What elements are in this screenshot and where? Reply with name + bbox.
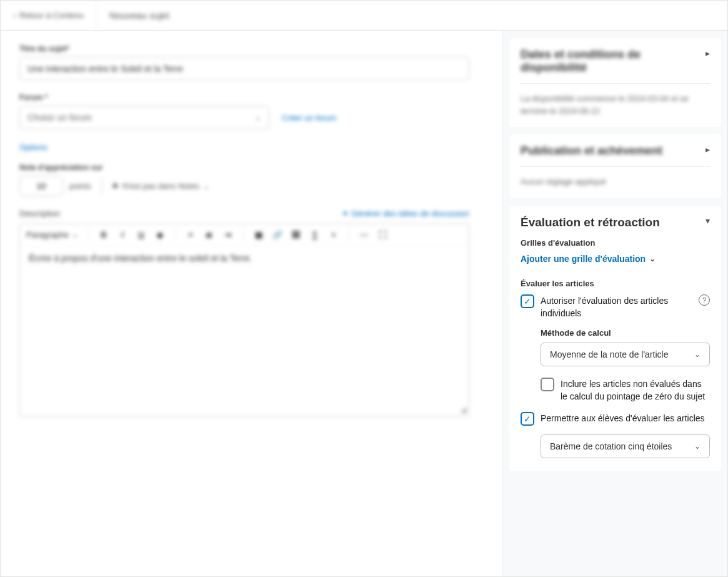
subject-title-input[interactable] [19, 57, 469, 81]
not-in-notes[interactable]: ✚ N'est pas dans Notes ⌄ [112, 181, 209, 191]
chevron-down-icon: ⌄ [694, 442, 701, 451]
divider [101, 178, 102, 195]
checkbox-include-unrated[interactable] [541, 378, 554, 391]
chevron-right-icon: ▸ [706, 48, 710, 58]
paragraph-select-label: Paragraphe [26, 230, 69, 239]
italic-icon[interactable]: I [117, 230, 127, 239]
chevron-left-icon: ‹ [13, 11, 16, 20]
calc-method-select[interactable]: Moyenne de la note de l'article ⌄ [541, 343, 710, 366]
panel-evaluation-title: Évaluation et rétroaction [521, 216, 660, 229]
editor-content[interactable]: Écrire à propos d'une interaction entre … [20, 246, 469, 416]
not-in-notes-label: N'est pas dans Notes [122, 181, 199, 191]
grade-label: Note d'appréciation sur [19, 163, 484, 172]
options-link[interactable]: Options [19, 143, 47, 152]
description-label: Description [19, 209, 60, 218]
resize-handle[interactable]: ◢ [461, 405, 466, 414]
separator [88, 229, 89, 240]
generate-ideas-link[interactable]: ✦ Générer des idées de discussion [342, 209, 469, 218]
color-icon[interactable]: ◆ [155, 230, 165, 239]
chevron-right-icon: ▸ [706, 144, 710, 154]
panel-evaluation: Évaluation et rétroaction ▾ Grilles d'év… [509, 206, 721, 471]
editor-toolbar: Paragraphe ⌄ B I U ◆ ≡ ≣ ⇥ ▦ 🔗 🖼 [20, 224, 469, 246]
include-unrated-label: Inclure les articles non évalués dans le… [561, 378, 710, 403]
description-editor: Paragraphe ⌄ B I U ◆ ≡ ≣ ⇥ ▦ 🔗 🖼 [19, 223, 469, 417]
list-icon[interactable]: ≣ [204, 230, 214, 239]
grids-label: Grilles d'évaluation [521, 238, 710, 248]
title-label: Titre du sujet* [19, 44, 484, 53]
paragraph-select[interactable]: Paragraphe ⌄ [26, 230, 78, 239]
chevron-down-icon[interactable]: ▾ [706, 216, 710, 226]
forum-label: Forum * [19, 93, 484, 102]
rating-scheme-select[interactable]: Barème de cotation cinq étoiles ⌄ [541, 434, 710, 458]
chevron-down-icon: ⌄ [72, 230, 78, 239]
create-forum-link[interactable]: Créer un forum [282, 113, 336, 123]
calc-method-label: Méthode de calcul [541, 328, 710, 338]
bold-icon[interactable]: B [99, 230, 109, 239]
separator [243, 229, 244, 240]
insert-icon[interactable]: ▦ [254, 230, 264, 239]
calc-method-value: Moyenne de la note de l'article [550, 349, 668, 359]
indent-icon[interactable]: ⇥ [223, 230, 233, 239]
chevron-down-icon: ⌄ [649, 254, 656, 263]
plus-icon: ✚ [112, 181, 119, 191]
underline-icon[interactable]: U [136, 230, 146, 239]
separator [349, 229, 349, 240]
image-icon[interactable]: 🖼 [291, 230, 301, 239]
ellipsis-icon[interactable]: ⋯ [359, 230, 369, 239]
panel-availability-title: Dates et conditions de disponibilité [521, 48, 706, 74]
more-icon[interactable]: + [329, 230, 339, 239]
align-icon[interactable]: ≡ [186, 230, 196, 239]
sparkle-icon: ✦ [342, 209, 349, 218]
back-link-label: Retour à Contenu [19, 11, 84, 20]
editor-text: Écrire à propos d'une interaction entre … [29, 253, 252, 263]
add-grid-label: Ajouter une grille d'évaluation [521, 254, 646, 264]
page-title: Nouveau sujet [109, 10, 169, 21]
panel-publication[interactable]: Publication et achèvement ▸ Aucun réglag… [509, 134, 721, 198]
add-grid-link[interactable]: Ajouter une grille d'évaluation ⌄ [521, 254, 710, 264]
points-label: points [69, 181, 91, 191]
evaluate-articles-label: Évaluer les articles [521, 279, 710, 288]
panel-availability[interactable]: Dates et conditions de disponibilité ▸ L… [509, 38, 721, 127]
rating-scheme-value: Barème de cotation cinq étoiles [550, 441, 672, 451]
allow-students-label: Permettre aux élèves d'évaluer les artic… [541, 412, 710, 424]
grade-input[interactable] [19, 176, 63, 196]
link-icon[interactable]: 🔗 [272, 230, 282, 239]
panel-availability-desc: La disponibilité commence le 2024-03-04 … [521, 93, 710, 117]
forum-select[interactable]: Choisir un forum ⌄ [19, 106, 269, 129]
forum-select-value: Choisir un forum [27, 113, 92, 123]
chevron-down-icon: ⌄ [203, 182, 209, 191]
fullscreen-icon[interactable]: ⛶ [378, 230, 388, 239]
generate-ideas-label: Générer des idées de discussion [351, 209, 469, 218]
back-link[interactable]: ‹ Retour à Contenu [13, 1, 97, 30]
checkbox-allow-individual[interactable]: ✓ [521, 294, 534, 308]
equation-icon[interactable]: ∑ [310, 230, 320, 239]
allow-individual-label: Autoriser l'évaluation des articles indi… [541, 294, 692, 320]
checkbox-allow-students[interactable]: ✓ [521, 412, 534, 426]
chevron-down-icon: ⌄ [694, 350, 701, 359]
separator [175, 229, 176, 240]
chevron-down-icon: ⌄ [255, 113, 261, 122]
panel-publication-desc: Aucun réglage appliqué [521, 176, 710, 188]
panel-publication-title: Publication et achèvement [521, 144, 662, 158]
help-icon[interactable]: ? [699, 294, 710, 306]
